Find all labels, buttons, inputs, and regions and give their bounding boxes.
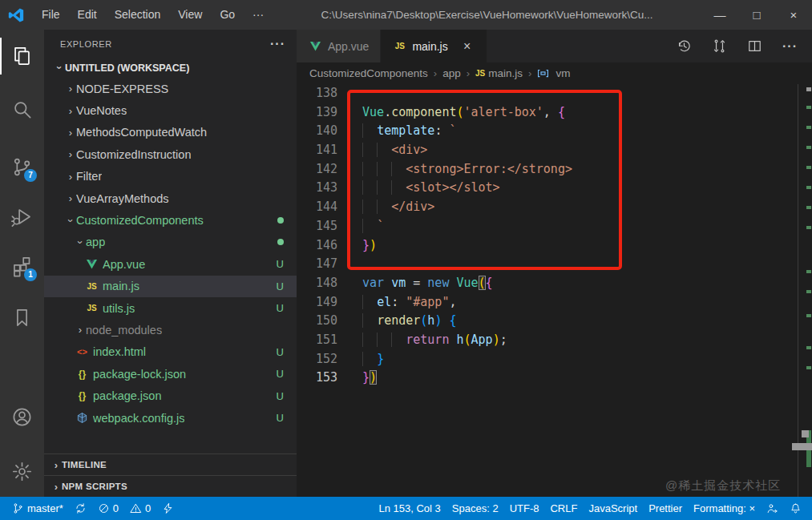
history-icon[interactable] [677, 38, 692, 54]
maximize-icon[interactable]: □ [738, 0, 775, 30]
watermark: @稀土掘金技术社区 [665, 478, 781, 494]
tree-item-vuearraymethods[interactable]: ›VueArrayMethods [44, 187, 297, 209]
code-line-139[interactable]: 139 Vue.component('alert-box', { [297, 103, 812, 123]
window-controls: —□× [701, 0, 812, 30]
status-git-branch[interactable]: master* [6, 497, 69, 520]
menu-edit[interactable]: Edit [69, 0, 106, 30]
code-line-153[interactable]: 153 }) [297, 369, 812, 388]
panel-npm-scripts[interactable]: ›NPM SCRIPTS [44, 475, 297, 497]
panel-timeline[interactable]: ›TIMELINE [44, 453, 297, 475]
breadcrumb-app[interactable]: app [442, 67, 461, 79]
tree-item-customizedcomponents[interactable]: ›CustomizedComponents [44, 209, 297, 231]
workspace-root-row[interactable]: › UNTITLED (WORKSPACE) [44, 58, 297, 78]
tree-item-app.vue[interactable]: App.vueU [44, 253, 297, 275]
tree-item-customizedinstruction[interactable]: ›CustomizedInstruction [44, 143, 297, 165]
tree-item-package-lock.json[interactable]: {}package-lock.jsonU [44, 363, 297, 385]
status-sync[interactable] [69, 497, 92, 520]
code-line-145[interactable]: 145 ` [297, 217, 812, 236]
code-text: } [348, 350, 384, 369]
activity-run-debug[interactable] [0, 198, 44, 235]
editor-actions: ··· [677, 30, 812, 62]
line-number: 147 [297, 255, 337, 274]
code-line-148[interactable]: 148 var vm = new Vue({ [297, 274, 812, 293]
tree-item-webpack.config.js[interactable]: webpack.config.jsU [44, 407, 297, 429]
activity-source-control[interactable]: 7 [0, 148, 44, 185]
scrollbar-handle[interactable] [802, 430, 809, 437]
git-changes-dot [277, 217, 284, 224]
menu-file[interactable]: File [33, 0, 69, 30]
tab-app.vue[interactable]: App.vue [297, 30, 381, 62]
activity-explorer[interactable] [0, 38, 44, 75]
tree-item-methodscomputedwatch[interactable]: ›MethodsComputedWatch [44, 122, 297, 143]
code-line-141[interactable]: 141 <div> [297, 141, 812, 160]
code-line-149[interactable]: 149 el: "#app", [297, 293, 812, 312]
status-lightning[interactable] [156, 497, 180, 520]
breadcrumb-separator: › [434, 67, 437, 79]
tree-item-app[interactable]: ›app [44, 232, 297, 253]
status-encoding[interactable]: UTF-8 [504, 497, 545, 520]
code-line-142[interactable]: 142 <strong>Error:</strong> [297, 160, 812, 179]
status-formatting-status[interactable]: Formatting: × [688, 497, 761, 520]
menu-selection[interactable]: Selection [106, 0, 170, 30]
code-token: var [362, 276, 391, 290]
activity-account[interactable] [0, 398, 44, 435]
indent-guide [348, 295, 362, 309]
code-line-143[interactable]: 143 <slot></slot> [297, 179, 812, 198]
tab-main.js[interactable]: JSmain.js× [381, 30, 487, 62]
tree-item-vuenotes[interactable]: ›VueNotes [44, 99, 297, 121]
breadcrumb-vm[interactable]: vm [537, 67, 570, 79]
status-language-mode[interactable]: JavaScript [583, 497, 643, 520]
activity-extensions[interactable]: 1 [0, 248, 44, 284]
tree-item-label: package.json [93, 389, 161, 402]
status-eol[interactable]: CRLF [544, 497, 583, 520]
tab-bar: App.vueJSmain.js×··· [297, 30, 812, 62]
code-line-147[interactable]: 147 [297, 255, 812, 274]
breadcrumb-main.js[interactable]: JSmain.js [475, 67, 523, 79]
status-errors[interactable]: 0 [92, 497, 124, 520]
tree-item-node-modules[interactable]: ›node_modules [44, 319, 297, 341]
tree-item-node-express[interactable]: ›NODE-EXPRESS [44, 78, 297, 99]
activity-settings[interactable] [0, 453, 44, 490]
split-editor-icon[interactable] [747, 38, 762, 54]
tree-item-main.js[interactable]: JSmain.jsU [44, 276, 297, 297]
status-cursor-position[interactable]: Ln 153, Col 3 [373, 497, 446, 520]
sidebar-more-actions-icon[interactable]: ··· [270, 37, 285, 51]
horizontal-scrollbar-handle[interactable] [792, 443, 812, 450]
code-line-140[interactable]: 140 template: ` [297, 122, 812, 141]
more-actions-icon[interactable]: ··· [782, 39, 798, 54]
open-changes-icon[interactable] [712, 38, 727, 54]
code-line-144[interactable]: 144 </div> [297, 198, 812, 217]
status-feedback[interactable] [761, 497, 784, 520]
breadcrumb-customizedcomponents[interactable]: CustomizedComponents [309, 67, 428, 79]
js-icon: JS [392, 42, 407, 50]
status-indentation[interactable]: Spaces: 2 [446, 497, 504, 520]
code-line-150[interactable]: 150 render(h) { [297, 312, 812, 331]
activity-search[interactable] [0, 91, 44, 127]
code-token: 'alert-box' [464, 105, 543, 119]
code-token: , [543, 105, 558, 119]
breadcrumb[interactable]: CustomizedComponents›app›JSmain.js›vm [297, 62, 812, 84]
indent-guide [348, 276, 362, 290]
code-line-151[interactable]: 151 return h(App); [297, 331, 812, 350]
code-line-152[interactable]: 152 } [297, 350, 812, 369]
status-notifications[interactable] [784, 497, 807, 520]
close-icon[interactable]: × [775, 0, 812, 30]
menu-go[interactable]: Go [211, 0, 244, 30]
close-icon[interactable]: × [459, 39, 475, 54]
code-area[interactable]: 138139 Vue.component('alert-box', {140 t… [297, 84, 812, 497]
code-line-146[interactable]: 146 }) [297, 236, 812, 256]
activity-bookmarks[interactable] [0, 299, 44, 336]
minimize-icon[interactable]: — [701, 0, 738, 30]
tree-item-filter[interactable]: ›Filter [44, 166, 297, 187]
tree-item-index.html[interactable]: <>index.htmlU [44, 341, 297, 363]
git-untracked-badge: U [277, 412, 284, 424]
menu-view[interactable]: View [169, 0, 211, 30]
code-line-138[interactable]: 138 [297, 84, 812, 103]
menu-[interactable]: ··· [244, 0, 273, 30]
breadcrumb-label: main.js [488, 67, 523, 79]
status-warnings[interactable]: 0 [124, 497, 156, 520]
indent-guide [348, 162, 362, 176]
status-formatter[interactable]: Prettier [643, 497, 688, 520]
tree-item-package.json[interactable]: {}package.jsonU [44, 385, 297, 406]
tree-item-utils.js[interactable]: JSutils.jsU [44, 297, 297, 319]
